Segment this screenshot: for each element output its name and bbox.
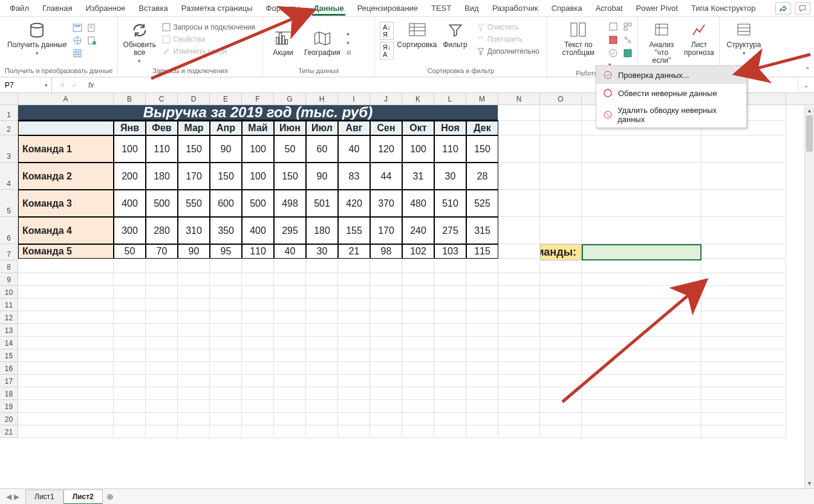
cell[interactable]: [146, 413, 178, 425]
cell[interactable]: 21: [338, 244, 370, 259]
cell[interactable]: [466, 324, 498, 337]
cell[interactable]: 150: [210, 163, 242, 190]
cell[interactable]: [338, 286, 370, 299]
cell[interactable]: 498: [274, 190, 306, 217]
cell[interactable]: [402, 387, 434, 400]
tab-разработчик[interactable]: Разработчик: [486, 1, 544, 15]
team-select-cell[interactable]: [582, 244, 702, 260]
cell[interactable]: 40: [338, 135, 370, 163]
cell[interactable]: [582, 425, 702, 438]
cell[interactable]: [146, 273, 178, 286]
add-sheet-button[interactable]: ⊕: [103, 492, 117, 502]
cell[interactable]: [702, 337, 786, 349]
cell[interactable]: [242, 400, 274, 413]
row-header[interactable]: 11: [0, 299, 18, 311]
cell[interactable]: [338, 413, 370, 425]
cell[interactable]: [466, 260, 498, 273]
cell[interactable]: [146, 375, 178, 387]
cell[interactable]: [370, 286, 402, 299]
cell[interactable]: 110: [242, 244, 274, 259]
cell[interactable]: [402, 273, 434, 286]
advanced-filter-button[interactable]: Дополнительно: [474, 46, 542, 57]
tab-избранное[interactable]: Избранное: [79, 1, 131, 15]
scroll-down-icon[interactable]: ▾: [347, 40, 351, 46]
cell[interactable]: [582, 387, 702, 400]
cell[interactable]: Выручка за 2019 год (тыс. руб): [18, 105, 498, 121]
cell[interactable]: [540, 217, 582, 244]
cell[interactable]: [402, 337, 434, 349]
col-header[interactable]: L: [434, 93, 466, 105]
cell[interactable]: [498, 105, 540, 121]
cell[interactable]: [338, 362, 370, 375]
cell[interactable]: [370, 324, 402, 337]
cell[interactable]: Июл: [306, 121, 338, 135]
cell[interactable]: [274, 311, 306, 324]
cell[interactable]: [114, 311, 146, 324]
row-header[interactable]: 12: [0, 311, 18, 324]
cell[interactable]: 90: [178, 244, 210, 259]
cell[interactable]: [146, 324, 178, 337]
cell[interactable]: [434, 299, 466, 311]
cell[interactable]: [402, 413, 434, 425]
cell[interactable]: [178, 311, 210, 324]
sort-desc-icon[interactable]: Я↓A: [380, 42, 394, 60]
cell[interactable]: [178, 375, 210, 387]
row-header[interactable]: 20: [0, 413, 18, 425]
cell[interactable]: 102: [402, 244, 434, 259]
cell[interactable]: [114, 413, 146, 425]
cell[interactable]: 501: [306, 190, 338, 217]
cell[interactable]: [274, 273, 306, 286]
cell[interactable]: [498, 362, 540, 375]
cell[interactable]: [498, 286, 540, 299]
cell[interactable]: [274, 349, 306, 362]
expand-icon[interactable]: ⊟: [347, 50, 351, 56]
cell[interactable]: [370, 375, 402, 387]
cell[interactable]: [274, 260, 306, 273]
cell[interactable]: 400: [114, 190, 146, 217]
tab-типа конструктор[interactable]: Типа Конструктор: [685, 1, 762, 15]
cell[interactable]: [540, 400, 582, 413]
tab-test[interactable]: TEST: [425, 1, 457, 15]
cell[interactable]: [370, 387, 402, 400]
cell[interactable]: [338, 375, 370, 387]
cell[interactable]: [498, 135, 540, 163]
cell[interactable]: [178, 349, 210, 362]
cell[interactable]: [582, 311, 702, 324]
cell[interactable]: [702, 324, 786, 337]
tab-power pivot[interactable]: Power Pivot: [630, 1, 684, 15]
cell[interactable]: 275: [434, 217, 466, 244]
col-header[interactable]: G: [274, 93, 306, 105]
cell[interactable]: Окт: [402, 121, 434, 135]
outline-button[interactable]: Структура ▾: [724, 19, 763, 57]
cell[interactable]: [540, 413, 582, 425]
cell[interactable]: 150: [178, 135, 210, 163]
cell[interactable]: 400: [242, 217, 274, 244]
cell[interactable]: [702, 273, 786, 286]
cell[interactable]: [466, 349, 498, 362]
cell[interactable]: [434, 400, 466, 413]
cell[interactable]: [274, 387, 306, 400]
tab-формулы[interactable]: Формулы: [260, 1, 307, 15]
cell[interactable]: [370, 337, 402, 349]
cell[interactable]: [178, 286, 210, 299]
row-header[interactable]: 1: [0, 105, 18, 121]
col-header[interactable]: O: [540, 93, 582, 105]
cell[interactable]: [114, 362, 146, 375]
cell[interactable]: [582, 217, 702, 244]
cell[interactable]: 50: [274, 135, 306, 163]
row-header[interactable]: 4: [0, 163, 18, 190]
cell[interactable]: [18, 375, 114, 387]
cell[interactable]: 110: [146, 135, 178, 163]
col-header[interactable]: J: [370, 93, 402, 105]
cell[interactable]: 28: [466, 163, 498, 190]
cell[interactable]: 44: [370, 163, 402, 190]
cell[interactable]: [146, 400, 178, 413]
cell[interactable]: Авг: [338, 121, 370, 135]
cell[interactable]: [370, 400, 402, 413]
row-header[interactable]: 13: [0, 324, 18, 337]
cell[interactable]: 315: [466, 217, 498, 244]
collapse-ribbon-icon[interactable]: ⌃: [804, 66, 810, 74]
cell[interactable]: [274, 400, 306, 413]
cell[interactable]: [702, 163, 786, 190]
cell[interactable]: [146, 349, 178, 362]
